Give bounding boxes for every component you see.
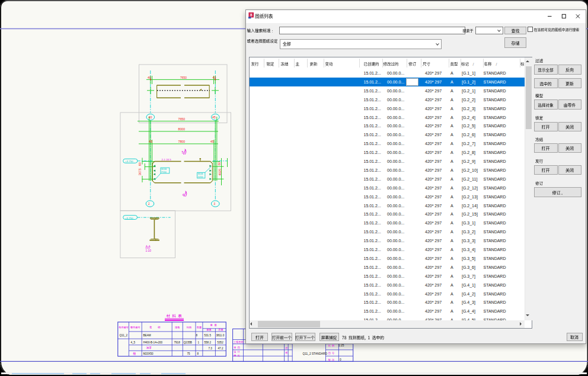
svg-text:1: 1 xyxy=(198,341,200,344)
svg-text:40: 40 xyxy=(148,76,151,79)
svg-text:4025: 4025 xyxy=(218,169,222,176)
svg-text:A-A: A-A xyxy=(146,245,151,248)
svg-text:75: 75 xyxy=(187,352,191,355)
svg-text:5352: 5352 xyxy=(218,341,224,344)
svg-text:47.2: 47.2 xyxy=(218,347,223,350)
svg-text:2-1 24.5: 2-1 24.5 xyxy=(162,158,172,161)
svg-text:D200: D200 xyxy=(198,176,203,178)
svg-text:45: 45 xyxy=(210,140,214,143)
svg-text:+3.750: +3.750 xyxy=(125,217,133,220)
svg-text:4: 4 xyxy=(183,193,184,197)
svg-text:40: 40 xyxy=(213,76,216,79)
svg-text:M20X50: M20X50 xyxy=(143,352,154,355)
svg-text:7650: 7650 xyxy=(180,76,187,79)
svg-text:2: 2 xyxy=(148,203,150,205)
svg-text:4_5: 4_5 xyxy=(131,341,136,344)
svg-text:7.3: 7.3 xyxy=(209,347,213,350)
svg-text:P200: P200 xyxy=(161,171,166,173)
svg-text:531.5: 531.5 xyxy=(204,334,212,337)
svg-text:1:10: 1:10 xyxy=(146,249,152,252)
svg-text:8: 8 xyxy=(197,352,199,355)
svg-text:60: 60 xyxy=(138,162,142,166)
svg-text:8000: 8000 xyxy=(178,127,186,131)
svg-text:60: 60 xyxy=(218,162,221,165)
svg-text:7800: 7800 xyxy=(178,140,186,143)
svg-text:+3.750: +3.750 xyxy=(125,160,133,163)
svg-text:Q11_2 STANDARD: Q11_2 STANDARD xyxy=(303,352,328,355)
svg-text:0: 0 xyxy=(340,358,341,361)
svg-text:40: 40 xyxy=(149,115,152,119)
svg-text:7650: 7650 xyxy=(178,117,186,121)
svg-text:Q11_2: Q11_2 xyxy=(120,334,128,337)
svg-text:3: 3 xyxy=(214,203,216,205)
svg-text:BEAM: BEAM xyxy=(143,334,151,337)
svg-text:45: 45 xyxy=(212,115,216,119)
svg-text:3811.0: 3811.0 xyxy=(216,334,225,337)
svg-text:H400-B-14+200: H400-B-14+200 xyxy=(143,341,163,344)
svg-text:45: 45 xyxy=(149,140,152,143)
svg-text:5: 5 xyxy=(182,150,184,154)
svg-text:558.2: 558.2 xyxy=(204,341,212,344)
svg-text:7918: 7918 xyxy=(174,341,181,344)
svg-text:1:25: 1:25 xyxy=(338,344,344,347)
svg-text:3075: 3075 xyxy=(138,168,142,175)
svg-text:Q235B: Q235B xyxy=(184,341,192,344)
svg-text:8: 8 xyxy=(196,334,198,337)
